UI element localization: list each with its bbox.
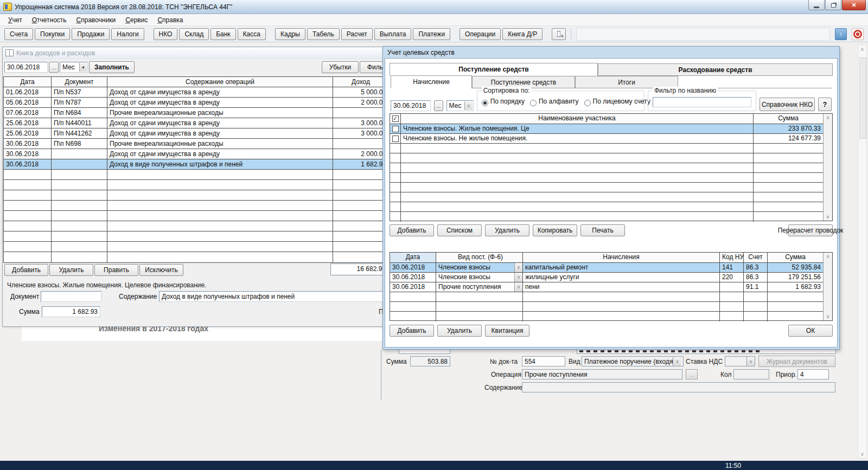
accruals-action-button[interactable]: Удалить — [437, 325, 482, 337]
kdr-period-select[interactable]: Мес ▼ — [60, 62, 88, 73]
sort-radio-option[interactable]: По алфавиту — [530, 98, 579, 106]
participant-row[interactable] — [390, 144, 823, 153]
payment-type-combo[interactable]: Платежное поручение (входя ∨ — [582, 356, 684, 366]
scroll-up-icon[interactable]: ∧ — [860, 46, 864, 52]
subtab-itogi[interactable]: Итоги — [575, 76, 678, 88]
participant-row[interactable] — [390, 173, 823, 183]
accrual-row[interactable]: 30.06.2018 Членские взносы∨ жилищные усл… — [390, 273, 823, 282]
toolbar-button[interactable]: Книга Д/Р — [502, 28, 542, 40]
accruals-action-button[interactable]: Квитанция — [485, 325, 529, 337]
kdr-content-field[interactable]: Доход в виде полученных штрафов и пеней — [159, 291, 394, 302]
nko-directory-button[interactable]: Справочник НКО — [760, 98, 815, 111]
kdr-table-row[interactable] — [4, 180, 397, 190]
participants-action-button[interactable]: Списком — [437, 224, 482, 236]
checkbox-icon[interactable] — [392, 126, 399, 132]
accrual-row[interactable]: ∨ — [390, 292, 823, 302]
accrual-row[interactable]: 30.06.2018 Прочие поступления∨ пени 91.1… — [390, 282, 823, 292]
toolbar-button[interactable]: Налоги — [111, 28, 144, 40]
kdr-table-row[interactable]: 07.06.2018 П\п N684 Прочие внереализацио… — [4, 108, 397, 118]
scroll-up-icon[interactable]: ∧ — [826, 254, 830, 259]
menu-item[interactable]: Учет — [3, 15, 27, 25]
dialog-help-button[interactable]: ? — [818, 98, 832, 111]
kdr-table-row[interactable]: 25.06.2018 П/п N441262 Доход от сдачи им… — [4, 128, 397, 139]
maximize-button[interactable] — [825, 0, 841, 10]
kdr-table-row[interactable] — [4, 190, 397, 201]
up-arrow-button[interactable]: ↑ — [835, 28, 847, 40]
menu-item[interactable]: Отчетность — [27, 15, 72, 25]
sort-radio-option[interactable]: По лицевому счету — [584, 98, 650, 106]
kdr-table-row[interactable]: 30.06.2018 П\п N698 Прочие внереализацио… — [4, 139, 397, 149]
new-window-button[interactable]: + — [552, 28, 566, 40]
dialog-period-select[interactable]: Мес ∨ — [446, 100, 474, 111]
toolbar-button[interactable]: Выплата — [374, 28, 412, 40]
payment-sum-field[interactable]: 503.88 — [410, 356, 450, 366]
participant-row[interactable]: Членские взносы. Жилые помещения. Це 233… — [390, 124, 823, 134]
kdr-table-row[interactable] — [4, 231, 397, 242]
kdr-action-button[interactable]: Удалить — [49, 264, 93, 276]
chevron-down-icon[interactable]: ∨ — [514, 282, 522, 292]
accrual-row[interactable]: ∨ — [390, 302, 823, 312]
kdr-table-row[interactable]: 01.06.2018 П/п N537 Доход от сдачи имуще… — [4, 87, 397, 98]
kdr-table-row[interactable] — [4, 170, 397, 180]
subtab-postuplenie[interactable]: Поступление средств — [472, 76, 575, 88]
participant-row[interactable] — [390, 202, 823, 212]
participants-action-button[interactable]: Удалить — [485, 224, 529, 236]
participants-scrollbar[interactable]: ∧ ∨ — [823, 114, 832, 221]
kdr-date-field[interactable]: 30.06.2018 — [4, 62, 48, 73]
accruals-action-button[interactable]: Добавить — [390, 325, 434, 337]
radio-icon[interactable] — [482, 100, 488, 106]
kdr-table-row[interactable]: 25.06.2018 П/п N440011 Доход от сдачи им… — [4, 118, 397, 128]
chevron-down-icon[interactable]: ∨ — [514, 273, 522, 282]
participant-row[interactable] — [390, 212, 823, 222]
participant-row[interactable] — [390, 192, 823, 202]
mdi-scrollbar-thumb[interactable] — [859, 57, 866, 139]
kdr-action-button[interactable]: Править — [94, 264, 138, 276]
scroll-down-icon[interactable]: ∨ — [860, 451, 864, 457]
payment-operation-field[interactable]: Прочие поступления — [522, 369, 682, 379]
accrual-row[interactable]: ∨ — [390, 312, 823, 321]
filter-input[interactable] — [653, 97, 751, 107]
participant-row[interactable] — [390, 163, 823, 173]
minimize-button[interactable] — [808, 0, 825, 10]
kdr-losses-button[interactable]: Убытки — [322, 61, 359, 73]
toolbar-button[interactable]: Платежи — [413, 28, 450, 40]
tab-postuplenie[interactable]: Поступление средств — [390, 63, 598, 76]
participants-action-button[interactable]: Добавить — [390, 224, 434, 236]
menu-item[interactable]: Справка — [152, 15, 188, 25]
accrual-row[interactable]: 30.06.2018 Членские взносы∨ капитальный … — [390, 263, 823, 273]
kdr-action-button[interactable]: Исключить — [139, 264, 183, 276]
participant-row[interactable]: Членские взносы. Не жилые помещения. 124… — [390, 134, 823, 144]
participant-row[interactable] — [390, 153, 823, 163]
toolbar-button[interactable]: Покупки — [35, 28, 70, 40]
kdr-table-row[interactable] — [4, 252, 397, 262]
toolbar-button[interactable]: НКО — [154, 28, 178, 40]
close-button[interactable]: ✕ — [842, 0, 866, 10]
kdr-date-picker-button[interactable]: ... — [49, 62, 59, 73]
payment-prior-field[interactable]: 4 — [797, 369, 829, 379]
recalc-button[interactable]: Перерасчет проводок — [788, 224, 833, 236]
payment-content-field[interactable] — [522, 382, 835, 392]
checkbox-icon[interactable] — [392, 136, 399, 142]
participants-action-button[interactable]: Копировать — [533, 224, 577, 236]
scroll-up-icon[interactable]: ∧ — [826, 115, 830, 120]
subtab-nachislenie[interactable]: Начисление — [391, 75, 472, 88]
kdr-table-row[interactable] — [4, 211, 397, 221]
checkbox-checked-icon[interactable]: ✓ — [392, 115, 399, 122]
radio-icon[interactable] — [584, 100, 591, 106]
journal-button[interactable]: Журнал документов — [758, 356, 835, 367]
kdr-table-row[interactable] — [4, 242, 397, 252]
ok-button[interactable]: ОК — [788, 325, 833, 337]
toolbar-button[interactable]: Продажи — [72, 28, 110, 40]
kdr-table-row[interactable] — [4, 221, 397, 231]
kdr-fill-button[interactable]: Заполнить — [89, 61, 135, 73]
toolbar-button[interactable]: Банк — [210, 28, 235, 40]
chevron-down-icon[interactable]: ∨ — [746, 357, 755, 366]
toolbar-button[interactable]: Расчет — [341, 28, 373, 40]
kdr-sum-field[interactable]: 1 682.93 — [42, 306, 100, 317]
toolbar-button[interactable]: Операции — [459, 28, 501, 40]
kdr-action-button[interactable]: Добавить — [4, 264, 48, 276]
kdr-table-row[interactable]: 30.06.2018 Доход в виде полученных штраф… — [4, 159, 397, 170]
menu-item[interactable]: Сервис — [120, 15, 152, 25]
help-lifebuoy-button[interactable] — [852, 28, 864, 40]
operation-picker-button[interactable]: ... — [686, 369, 698, 379]
